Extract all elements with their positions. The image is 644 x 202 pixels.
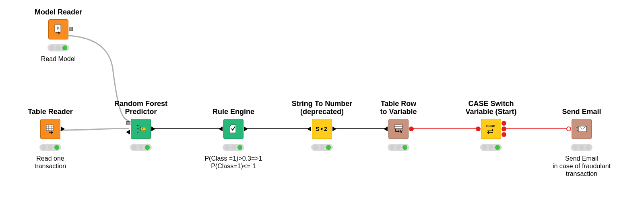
node-title: String To Number (deprecated) <box>282 91 362 116</box>
var-out-port-2[interactable] <box>502 127 506 131</box>
row-to-var-icon: V <box>392 124 405 134</box>
var-out-port-1[interactable] <box>502 121 506 126</box>
node-title: Table Row to Variable <box>358 91 439 116</box>
node-sub: Send Email in case of fraudulant transac… <box>541 155 622 178</box>
var-in-port[interactable] <box>566 127 571 131</box>
status-light <box>480 144 502 151</box>
file-play-icon <box>52 23 64 35</box>
node-tile[interactable]: S 2 <box>312 119 332 139</box>
node-model-reader[interactable]: Model Reader Read Model <box>18 7 99 63</box>
var-out-port[interactable] <box>409 127 414 131</box>
node-title: Table Reader <box>10 99 91 116</box>
status-light <box>39 144 61 151</box>
data-out-port[interactable] <box>151 127 155 131</box>
envelope-icon <box>576 124 588 134</box>
node-table-reader[interactable]: Table Reader Read one transaction <box>10 99 91 170</box>
status-light <box>130 144 152 151</box>
node-string-to-number[interactable]: String To Number (deprecated) S 2 <box>282 91 362 155</box>
node-tile[interactable] <box>223 119 244 139</box>
case-switch-icon: case <box>485 123 497 135</box>
node-title: Rule Engine <box>193 99 274 116</box>
node-tile[interactable] <box>40 119 60 139</box>
node-tile[interactable] <box>131 119 151 139</box>
data-in-port[interactable] <box>307 127 311 131</box>
svg-text:S: S <box>316 126 319 132</box>
node-title: Model Reader <box>18 7 99 16</box>
status-light <box>571 144 592 151</box>
node-tile[interactable] <box>572 119 592 139</box>
workflow-canvas[interactable]: Model Reader Read Model Table Reader <box>0 0 644 202</box>
model-out-port[interactable] <box>69 27 73 31</box>
node-rf-predictor[interactable]: Random Forest Predictor <box>101 91 181 155</box>
predictor-icon <box>134 122 147 135</box>
node-title: Random Forest Predictor <box>101 91 181 116</box>
status-light <box>388 144 409 151</box>
data-in-port[interactable] <box>126 130 130 135</box>
svg-text:case: case <box>486 124 495 128</box>
data-out-port[interactable] <box>244 127 248 131</box>
node-case-switch[interactable]: CASE Switch Variable (Start) case <box>451 91 531 155</box>
data-in-port[interactable] <box>219 127 223 131</box>
node-tile[interactable] <box>48 19 68 39</box>
node-send-email[interactable]: Send Email Send Email in case of fraudul… <box>541 99 622 178</box>
node-tile[interactable]: V <box>388 119 409 139</box>
s-to-2-icon: S 2 <box>315 125 329 133</box>
table-out-icon <box>44 123 56 135</box>
data-out-port[interactable] <box>61 127 65 131</box>
data-out-port[interactable] <box>332 127 336 131</box>
node-title: Send Email <box>541 99 622 116</box>
node-sub: Read Model <box>18 55 99 63</box>
svg-rect-7 <box>46 125 53 131</box>
var-out-port-3[interactable] <box>502 132 506 137</box>
var-in-port[interactable] <box>476 127 481 131</box>
status-light <box>47 44 69 51</box>
svg-text:V: V <box>400 129 403 134</box>
node-title: CASE Switch Variable (Start) <box>451 91 531 116</box>
node-rule-engine[interactable]: Rule Engine P(Class =1)>0.3=>1 P(Class=1… <box>193 99 274 170</box>
node-table-row-to-variable[interactable]: Table Row to Variable V <box>358 91 439 155</box>
status-light <box>223 144 244 151</box>
node-tile[interactable]: case <box>481 119 501 139</box>
status-light <box>311 144 333 151</box>
checklist-icon <box>228 123 239 135</box>
data-in-port[interactable] <box>384 127 388 131</box>
node-sub: Read one transaction <box>10 155 91 170</box>
model-in-port[interactable] <box>126 121 130 125</box>
node-sub: P(Class =1)>0.3=>1 P(Class=1)<= 1 <box>193 155 274 170</box>
svg-marker-15 <box>321 127 323 131</box>
svg-text:2: 2 <box>324 126 327 132</box>
